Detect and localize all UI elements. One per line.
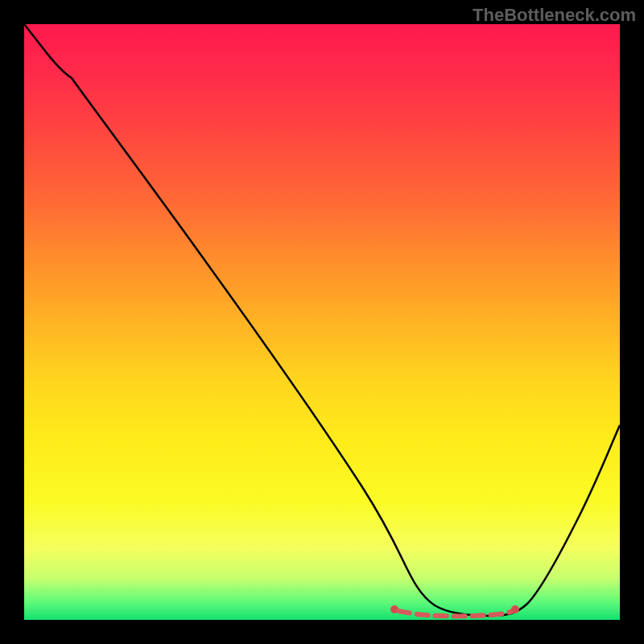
- bottleneck-curve-svg: [24, 24, 620, 620]
- watermark-text: TheBottleneck.com: [473, 5, 636, 26]
- flat-zone-end-dot-icon: [511, 605, 519, 613]
- plot-area: [24, 24, 620, 620]
- flat-zone-marker: [390, 605, 519, 616]
- bottleneck-curve-path: [24, 24, 620, 616]
- chart-container: TheBottleneck.com: [0, 0, 644, 644]
